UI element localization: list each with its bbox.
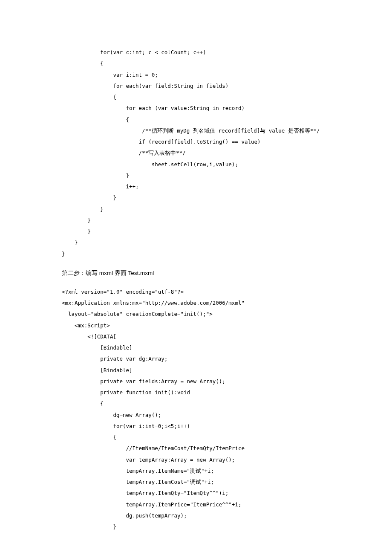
code-block-1: for(var c:int; c < colCount; c++) { var … bbox=[62, 47, 330, 260]
code-block-2: <?xml version="1.0" encoding="utf-8"?> <… bbox=[62, 286, 330, 533]
step-heading: 第二步：编写 mxml 界面 Test.mxml bbox=[62, 267, 330, 279]
document-page: for(var c:int; c < colCount; c++) { var … bbox=[0, 0, 392, 555]
